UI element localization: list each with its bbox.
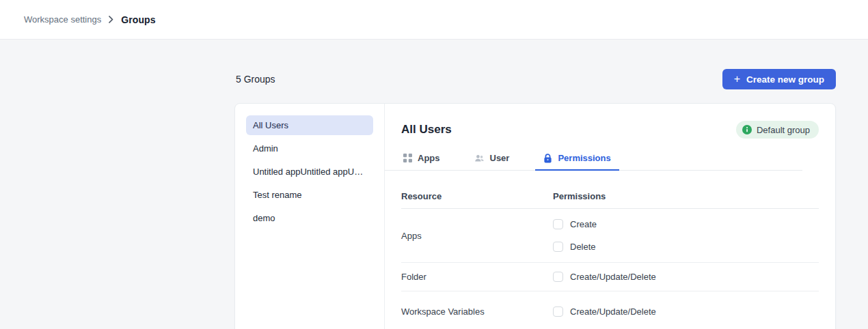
breadcrumb-workspace-settings[interactable]: Workspace settings (24, 14, 101, 25)
group-item-all-users[interactable]: All Users (246, 115, 373, 135)
apps-create-label: Create (570, 219, 597, 229)
group-title: All Users (401, 123, 452, 137)
lock-icon (543, 154, 552, 163)
perm-apps-delete: Delete (553, 242, 597, 252)
workspace-variables-cud-checkbox[interactable] (553, 306, 563, 317)
resource-label: Workspace Variables (401, 306, 553, 317)
tab-permissions[interactable]: Permissions (535, 152, 619, 170)
workspace-variables-cud-label: Create/Update/Delete (570, 306, 656, 317)
tab-apps-label: Apps (418, 153, 440, 163)
tab-permissions-label: Permissions (558, 153, 610, 163)
group-list: All Users Admin Untitled appUntitled app… (235, 104, 385, 329)
tabs-bar: Apps User (385, 152, 802, 171)
permissions-table-header: Resource Permissions (401, 191, 819, 209)
create-new-group-label: Create new group (746, 74, 824, 85)
grid-icon (403, 154, 412, 162)
groups-page: 5 Groups + Create new group All Users Ad… (234, 69, 836, 329)
group-item-test-rename[interactable]: Test rename (246, 185, 373, 205)
breadcrumb: Workspace settings Groups (0, 0, 868, 40)
group-item-demo[interactable]: demo (246, 208, 373, 228)
tab-user[interactable]: User (466, 152, 518, 170)
table-row-folder: Folder Create/Update/Delete (401, 263, 819, 291)
table-row-workspace-variables: Workspace Variables Create/Update/Delete (401, 291, 819, 326)
tab-user-label: User (490, 153, 510, 163)
plus-icon: + (734, 74, 740, 85)
perm-folder-cud: Create/Update/Delete (553, 272, 656, 282)
column-permissions: Permissions (553, 191, 606, 201)
folder-cud-checkbox[interactable] (553, 272, 563, 282)
permissions-table: Resource Permissions Apps Create Delete (401, 191, 819, 326)
group-detail-panel: All Users Default group (385, 104, 835, 329)
info-icon (742, 125, 752, 134)
breadcrumb-groups: Groups (121, 14, 155, 25)
groups-card: All Users Admin Untitled appUntitled app… (234, 103, 836, 329)
apps-create-checkbox[interactable] (553, 219, 563, 229)
perm-apps-create: Create (553, 219, 597, 229)
groups-toolbar: 5 Groups + Create new group (234, 69, 836, 89)
default-group-badge-label: Default group (757, 125, 810, 135)
group-item-admin[interactable]: Admin (246, 139, 373, 158)
create-new-group-button[interactable]: + Create new group (722, 69, 836, 89)
perm-wv-cud: Create/Update/Delete (553, 306, 656, 317)
tab-apps[interactable]: Apps (395, 152, 448, 170)
table-row-apps: Apps Create Delete (401, 209, 819, 263)
folder-cud-label: Create/Update/Delete (570, 272, 656, 282)
chevron-right-icon (108, 16, 114, 23)
apps-delete-checkbox[interactable] (553, 242, 563, 252)
users-icon (474, 154, 485, 162)
column-resource: Resource (401, 191, 553, 201)
groups-count: 5 Groups (234, 74, 275, 85)
group-item-untitled-app[interactable]: Untitled appUntitled appUntitle… (246, 162, 373, 182)
apps-delete-label: Delete (570, 242, 596, 252)
default-group-badge: Default group (736, 121, 819, 139)
resource-label: Apps (401, 231, 553, 241)
panel-header: All Users Default group (385, 121, 835, 139)
resource-label: Folder (401, 272, 553, 282)
